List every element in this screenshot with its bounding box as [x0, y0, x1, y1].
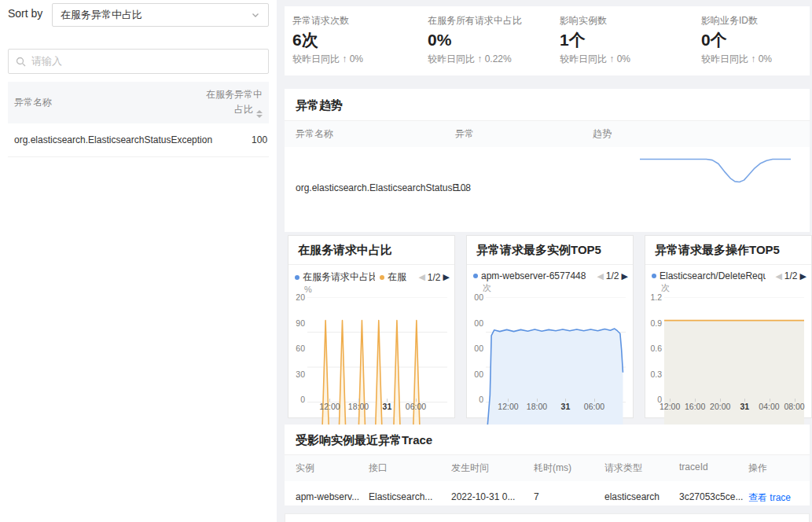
pager-next-icon[interactable]: ▶	[622, 271, 628, 281]
trace-col-duration: 耗时(ms)	[534, 461, 604, 475]
legend-dot-icon	[652, 274, 656, 278]
trace-col-instance: 实例	[296, 461, 369, 475]
search-input[interactable]: 请输入	[8, 49, 269, 74]
pager-prev-icon[interactable]: ◀	[775, 271, 781, 281]
exception-trend-card: 异常趋势 异常名称 异常 趋势 org.elasticsearch.Elasti…	[285, 89, 810, 232]
search-icon	[16, 57, 26, 67]
x-tick-label: 06:00	[406, 402, 426, 411]
metric-compare: 较昨日同比 ↑ 0%	[560, 53, 701, 66]
sort-field-dropdown[interactable]: 在服务异常中占比	[52, 3, 269, 27]
metric-label: 异常请求次数	[292, 14, 428, 28]
sort-by-row: Sort by 在服务异常中占比	[8, 3, 269, 27]
x-tick-label: 31	[740, 402, 750, 411]
trace-interface: Elasticsearch...	[369, 491, 451, 505]
metric-label: 在服务所有请求中占比	[428, 14, 560, 28]
chart-panel-top5-operations: 异常请求最多操作TOP5 Elasticsearch/DeleteRequ ◀ …	[645, 235, 812, 418]
y-tick-label: 0	[479, 395, 483, 404]
legend-dot-icon	[473, 274, 478, 278]
x-tick-label: 18:00	[348, 402, 369, 411]
x-tick-label: 18:00	[527, 402, 547, 411]
y-tick-label: 30	[296, 369, 305, 379]
chart-plot: 00000000012:0018:003106:00	[470, 294, 628, 414]
metric-compare: 较昨日同比 ↑ 0%	[701, 53, 810, 66]
y-tick-label: 00	[474, 344, 483, 353]
trace-time: 2022-10-31 0...	[451, 491, 534, 505]
exception-ratio: 100	[212, 134, 267, 145]
pager-next-icon[interactable]: ▶	[443, 272, 450, 282]
trend-col-name: 异常名称	[296, 127, 455, 141]
trend-table-header: 异常名称 异常 趋势	[285, 121, 810, 147]
y-axis-unit: 次	[661, 282, 811, 294]
metric-compare: 较昨日同比 ↑ 0%	[292, 53, 428, 66]
col-ratio-sortable[interactable]: 在服务异常中 占比	[176, 87, 263, 118]
legend-row: Elasticsearch/DeleteRequ ◀ 1/2 ▶	[645, 265, 811, 281]
sort-caret-icon[interactable]	[256, 110, 263, 118]
legend-pager: ◀ 1/2 ▶	[418, 272, 450, 283]
metric-label: 影响实例数	[560, 14, 701, 28]
legend-row: apm-webserver-6577448 ◀ 1/2 ▶	[467, 265, 633, 281]
trace-col-interface: 接口	[369, 461, 451, 475]
exception-list-sidebar: Sort by 在服务异常中占比 请输入 异常名称 在服务异常中 占比 org.…	[0, 0, 277, 522]
trace-id: 3c27053c5ce...	[679, 491, 748, 505]
pager-prev-icon[interactable]: ◀	[597, 271, 603, 281]
metric-business-id-count: 影响业务ID数 0个 较昨日同比 ↑ 0%	[701, 14, 810, 75]
legend-item[interactable]: 在服	[380, 270, 406, 284]
legend-row: 在服务请求中占比 在服 ◀ 1/2 ▶	[288, 265, 454, 284]
sort-by-label: Sort by	[8, 3, 44, 27]
pager-next-icon[interactable]: ▶	[800, 271, 806, 281]
trace-col-time: 发生时间	[451, 461, 534, 475]
pager-prev-icon[interactable]: ◀	[418, 272, 424, 282]
trace-col-type: 请求类型	[604, 461, 679, 475]
metric-request-ratio: 在服务所有请求中占比 0% 较昨日同比 ↑ 0.22%	[428, 14, 560, 75]
search-placeholder: 请输入	[31, 54, 62, 68]
x-tick-label: 12:00	[660, 402, 680, 411]
legend-item[interactable]: apm-webserver-6577448	[473, 270, 586, 281]
trace-duration: 7	[534, 491, 604, 505]
y-tick-label: 00	[474, 292, 483, 302]
chart-plot: 1.20.90.60.3012:0016:0020:003104:0008:00	[648, 294, 806, 414]
view-trace-link[interactable]: 查看 trace	[748, 492, 791, 503]
exception-table-header: 异常名称 在服务异常中 占比	[8, 82, 269, 123]
trace-card-title: 受影响实例最近异常Trace	[285, 425, 810, 455]
exception-table: 异常名称 在服务异常中 占比 org.elasticsearch.Elastic…	[8, 82, 269, 157]
metric-value: 1个	[560, 30, 701, 50]
trend-col-trend: 趋势	[593, 127, 799, 141]
y-axis-unit: %	[304, 285, 454, 294]
chart-panel-top5-instances: 异常请求最多实例TOP5 apm-webserver-6577448 ◀ 1/2…	[466, 235, 634, 418]
trace-col-traceid: traceId	[679, 461, 748, 475]
x-tick-label: 06:00	[584, 402, 604, 411]
x-tick-label: 31	[383, 402, 392, 411]
x-tick-label: 20:00	[710, 402, 730, 411]
charts-row: 在服务请求中占比 在服务请求中占比 在服 ◀ 1/2 ▶ % 209060300…	[288, 235, 812, 418]
y-tick-label: 0.6	[650, 344, 662, 353]
col-ratio-line2: 占比	[176, 102, 263, 118]
legend-item[interactable]: Elasticsearch/DeleteRequ	[652, 270, 766, 281]
y-tick-label: 00	[474, 318, 483, 328]
exception-name: org.elasticsearch.ElasticsearchStatusExc…	[14, 134, 212, 145]
chart-panel-service-ratio: 在服务请求中占比 在服务请求中占比 在服 ◀ 1/2 ▶ % 209060300…	[288, 235, 455, 418]
metric-request-count: 异常请求次数 6次 较昨日同比 ↑ 0%	[292, 14, 428, 75]
trend-exception-count: 108	[455, 182, 593, 193]
y-axis-unit: 次	[483, 282, 633, 294]
exception-analysis-page: { "colors": { "blue": "#5D93E1", "orange…	[0, 0, 812, 522]
legend-item[interactable]: 在服务请求中占比	[295, 270, 375, 284]
legend-pager: ◀ 1/2 ▶	[775, 270, 806, 281]
y-tick-label: 20	[296, 292, 305, 302]
y-tick-label: 0.9	[650, 318, 662, 328]
sort-field-value: 在服务异常中占比	[61, 8, 251, 22]
table-row[interactable]: apm-webserv... Elasticsearch... 2022-10-…	[285, 481, 810, 515]
x-tick-label: 16:00	[685, 402, 705, 411]
trend-card-title: 异常趋势	[285, 89, 810, 121]
table-row[interactable]: org.elasticsearch.ElasticsearchStatusExc…	[8, 123, 269, 157]
metric-compare: 较昨日同比 ↑ 0.22%	[428, 53, 560, 66]
trace-table-header: 实例 接口 发生时间 耗时(ms) 请求类型 traceId 操作	[285, 455, 810, 481]
x-tick-label: 31	[561, 402, 571, 411]
metrics-summary-card: 异常请求次数 6次 较昨日同比 ↑ 0% 在服务所有请求中占比 0% 较昨日同比…	[285, 6, 810, 75]
panel-title: 在服务请求中占比	[288, 236, 454, 265]
trend-col-count: 异常	[455, 127, 593, 141]
y-tick-label: 1.2	[650, 292, 662, 302]
metric-value: 0%	[428, 30, 560, 50]
x-tick-label: 08:00	[784, 402, 804, 411]
next-section-sliver	[285, 513, 810, 522]
x-tick-label: 12:00	[319, 402, 340, 411]
